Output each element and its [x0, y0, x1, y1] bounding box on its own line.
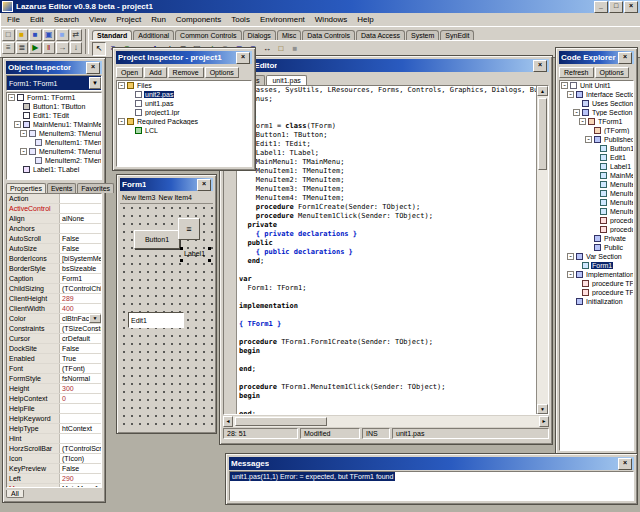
code-line[interactable]: { public declarations } — [239, 248, 536, 257]
expand-toggle[interactable]: - — [585, 136, 592, 143]
code-line[interactable]: begin — [239, 347, 536, 356]
tree-item[interactable]: -Var Section — [560, 252, 633, 261]
code-line[interactable]: begin — [239, 392, 536, 401]
close-button[interactable]: × — [533, 60, 547, 72]
code-line[interactable] — [239, 329, 536, 338]
scroll-track[interactable] — [329, 416, 539, 427]
inspector-tab-properties[interactable]: Properties — [6, 183, 46, 193]
property-row[interactable]: CaptionForm1 — [7, 274, 101, 284]
options-button[interactable]: Options — [205, 67, 239, 78]
selection-handle[interactable] — [208, 247, 211, 250]
pause-button[interactable]: ‖ — [43, 42, 56, 54]
scroll-left-button[interactable]: ◄ — [223, 416, 233, 427]
property-row[interactable]: Font(TFont) — [7, 364, 101, 374]
property-row[interactable]: DockSiteFalse — [7, 344, 101, 354]
tab-all[interactable]: All — [6, 490, 24, 498]
property-value[interactable] — [60, 414, 101, 423]
chevron-down-icon[interactable]: ▼ — [89, 77, 101, 89]
form-button1[interactable]: Button1 — [134, 230, 180, 249]
palette-tab-data-controls[interactable]: Data Controls — [302, 30, 355, 40]
expand-toggle[interactable]: - — [567, 91, 574, 98]
property-row[interactable]: HelpContext0 — [7, 394, 101, 404]
open-button[interactable]: ■ — [16, 29, 29, 41]
property-row[interactable]: Height300 — [7, 384, 101, 394]
property-row[interactable]: Icon(TIcon) — [7, 454, 101, 464]
property-value[interactable]: (TIcon) — [60, 454, 101, 463]
tree-item[interactable]: MenuItem4 — [560, 207, 633, 216]
tree-item[interactable]: MenuItem1: TMenuItem — [7, 138, 101, 147]
selection-handle[interactable] — [180, 259, 183, 262]
selection-handle[interactable] — [180, 247, 183, 250]
property-value[interactable]: (TSizeConstraints) — [60, 324, 101, 333]
menu-item-windows[interactable]: Windows — [310, 15, 352, 24]
menu-item-edit[interactable]: Edit — [25, 15, 49, 24]
message-item[interactable]: unit1.pas(11,1) Error: = expected, but T… — [230, 472, 395, 481]
form-edit1[interactable]: Edit1 — [128, 312, 184, 328]
tree-item[interactable]: -MainMenu1: TMainMenu — [7, 120, 101, 129]
property-row[interactable]: Hint — [7, 434, 101, 444]
menu-item-tools[interactable]: Tools — [226, 15, 255, 24]
code-line[interactable]: MenuItem2: TMenuItem; — [239, 176, 536, 185]
step-over-button[interactable]: → — [56, 42, 69, 54]
code-line[interactable]: Menus; — [239, 95, 536, 104]
tree-item[interactable]: Private — [560, 234, 633, 243]
property-value[interactable] — [60, 224, 101, 233]
code-line[interactable] — [239, 374, 536, 383]
menu-item-project[interactable]: Project — [111, 15, 146, 24]
code-line[interactable] — [239, 293, 536, 302]
tree-item[interactable]: Uses Section — [560, 99, 633, 108]
tree-item[interactable]: (TForm) — [560, 126, 633, 135]
horizontal-scrollbar[interactable]: ◄ ► — [223, 416, 549, 427]
palette-tab-standard[interactable]: Standard — [92, 30, 132, 40]
palette-tab-common-controls[interactable]: Common Controls — [175, 30, 241, 40]
menu-item-file[interactable]: File — [2, 15, 25, 24]
form-titlebar[interactable]: Form1 × — [120, 178, 213, 191]
property-row[interactable]: ActiveControl — [7, 204, 101, 214]
property-row[interactable]: FormStylefsNormal — [7, 374, 101, 384]
code-line[interactable]: Edit1: TEdit; — [239, 140, 536, 149]
tree-item[interactable]: MainMenu1 — [560, 171, 633, 180]
property-value[interactable] — [60, 404, 101, 413]
component-cursor[interactable]: ↖ — [92, 42, 106, 56]
editor-tab-unit1-pas[interactable]: unit1.pas — [266, 75, 306, 85]
property-row[interactable]: Action — [7, 194, 101, 204]
property-value[interactable]: crDefault — [60, 334, 101, 343]
property-row[interactable]: KeyPreviewFalse — [7, 464, 101, 474]
project-inspector-titlebar[interactable]: Project Inspector - project1 × — [116, 51, 252, 64]
property-value[interactable]: (TFont) — [60, 364, 101, 373]
menu-item-run[interactable]: Run — [146, 15, 171, 24]
dropdown-button[interactable]: ▼ — [89, 314, 101, 323]
tree-item[interactable]: -MenuItem3: TMenuItem — [7, 129, 101, 138]
scroll-up-button[interactable]: ▲ — [537, 86, 548, 96]
code-line[interactable]: type — [239, 113, 536, 122]
property-row[interactable]: Left290 — [7, 474, 101, 484]
form-label1[interactable]: Label1 — [184, 250, 205, 257]
property-row[interactable]: ChildSizing(TControlChildSizing) — [7, 284, 101, 294]
code-line[interactable]: TForm1 = class(TForm) — [239, 122, 536, 131]
tree-item[interactable]: Edit1: TEdit — [7, 111, 101, 120]
component-tscrollbar[interactable]: ↔ — [260, 42, 274, 56]
property-row[interactable]: HelpFile — [7, 404, 101, 414]
component-tpanel[interactable]: ■ — [288, 42, 302, 56]
code-line[interactable] — [239, 356, 536, 365]
property-row[interactable]: HelpTypehtContext — [7, 424, 101, 434]
close-button[interactable]: × — [618, 52, 632, 64]
tree-item[interactable]: procedure Form1Create — [560, 216, 633, 225]
tree-item[interactable]: Button1 — [560, 144, 633, 153]
new-form-button[interactable]: ■ — [56, 29, 69, 41]
property-value[interactable]: False — [60, 234, 101, 243]
maximize-button[interactable]: □ — [609, 1, 623, 13]
tree-item[interactable]: LCL — [117, 126, 251, 135]
tree-item[interactable]: -Implementation — [560, 270, 633, 279]
expand-toggle[interactable]: - — [561, 82, 568, 89]
toggle-form-unit-button[interactable]: ⇄ — [70, 29, 83, 41]
property-row[interactable]: AlignalNone — [7, 214, 101, 224]
tree-item[interactable]: MenuItem1 — [560, 180, 633, 189]
close-button[interactable]: × — [618, 458, 632, 470]
minimize-button[interactable]: _ — [594, 1, 608, 13]
property-row[interactable]: ClientHeight289 — [7, 294, 101, 304]
tree-item[interactable]: project1.lpr — [117, 108, 251, 117]
palette-tab-system[interactable]: System — [406, 30, 439, 40]
property-value[interactable] — [60, 194, 101, 203]
close-button[interactable]: × — [624, 1, 638, 13]
